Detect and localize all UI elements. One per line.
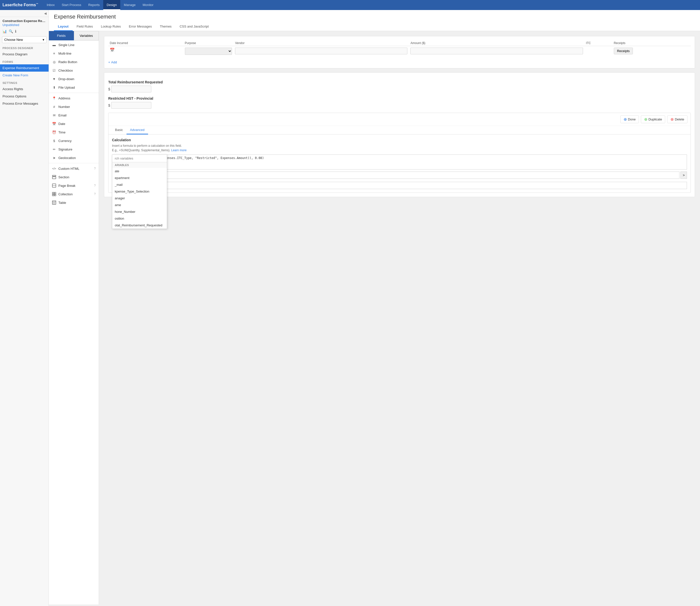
collection-icon: [52, 192, 57, 196]
expenses-table-section: Date Incurred Purpose Vendor Amount ($) …: [104, 36, 695, 68]
field-edit-panel: ⊕ Done ⊕ Duplicate ⊗ Delete: [108, 113, 691, 193]
field-time[interactable]: ⏰ Time: [49, 128, 99, 137]
tab-lookup-rules[interactable]: Lookup Rules: [97, 23, 125, 31]
tab-css-js[interactable]: CSS and JavaScript: [176, 23, 213, 31]
field-page-break[interactable]: Page Break ?: [49, 181, 99, 190]
tab-error-messages[interactable]: Error Messages: [125, 23, 156, 31]
done-button[interactable]: ⊕ Done: [620, 115, 639, 123]
var-item-2[interactable]: _mail: [112, 181, 167, 188]
amount-input[interactable]: [410, 48, 583, 54]
delete-button[interactable]: ⊗ Delete: [667, 115, 687, 123]
page-break-icon: [52, 183, 57, 188]
tab-themes[interactable]: Themes: [156, 23, 176, 31]
field-table[interactable]: Table: [49, 198, 99, 207]
var-item-3[interactable]: kpense_Type_Selection: [112, 188, 167, 195]
tab-field-rules[interactable]: Field Rules: [73, 23, 97, 31]
edit-tab-basic[interactable]: Basic: [112, 126, 127, 135]
upload-button[interactable]: Receipts: [614, 48, 633, 54]
vendor-input[interactable]: [235, 48, 407, 54]
var-item-4[interactable]: anager: [112, 195, 167, 202]
var-item-0[interactable]: ate: [112, 168, 167, 174]
calc-arrow-right-button[interactable]: >: [680, 171, 687, 179]
field-section[interactable]: Section: [49, 173, 99, 181]
learn-more-link[interactable]: Learn more: [171, 148, 186, 152]
calc-third-input[interactable]: [112, 182, 687, 189]
total-reimbursement-input[interactable]: [111, 86, 151, 92]
currency-icon: $: [52, 138, 57, 143]
field-single-line[interactable]: ▬ Single Line: [49, 41, 99, 49]
purpose-select[interactable]: [185, 48, 232, 55]
table-icon: [52, 200, 57, 205]
field-date[interactable]: 📅 Date: [49, 119, 99, 128]
add-icon: +: [108, 60, 110, 64]
sidebar-item-process-error-messages[interactable]: Process Error Messages: [0, 100, 49, 107]
calc-formula-textarea[interactable]: CT((SUMIF(General_Expenses.ITC_Type, "Re…: [126, 155, 687, 169]
tab-fields[interactable]: Fields: [49, 31, 74, 40]
nav-monitor[interactable]: Monitor: [139, 0, 157, 10]
tab-layout[interactable]: Layout: [54, 23, 73, 31]
field-number[interactable]: # Number: [49, 102, 99, 111]
search-icon[interactable]: 🔍: [9, 29, 13, 33]
chart-icon[interactable]: 📊: [2, 29, 7, 33]
svg-rect-1: [52, 177, 56, 179]
sidebar-item-create-new-form[interactable]: Create New Form: [0, 72, 49, 79]
nav-design[interactable]: Design: [103, 0, 120, 10]
sidebar-item-expense-reimbursement[interactable]: Expense Reimbursement: [0, 64, 49, 72]
single-line-icon: ▬: [52, 43, 57, 47]
field-custom-html[interactable]: </> Custom HTML ?: [49, 164, 99, 173]
var-item-1[interactable]: epartment: [112, 174, 167, 181]
field-file-upload[interactable]: ⬆ File Upload: [49, 83, 99, 92]
field-address[interactable]: 📍 Address: [49, 94, 99, 102]
var-item-6[interactable]: hone_Number: [112, 208, 167, 215]
add-row-link[interactable]: + Add: [108, 60, 117, 64]
custom-html-help-icon[interactable]: ?: [94, 167, 96, 170]
page-break-help-icon[interactable]: ?: [94, 184, 96, 187]
field-radio-button[interactable]: ◎ Radio Button: [49, 57, 99, 66]
edit-tab-advanced[interactable]: Advanced: [127, 126, 148, 135]
nav-inbox[interactable]: Inbox: [43, 0, 58, 10]
info-icon[interactable]: ℹ: [15, 29, 16, 33]
variables-search-input[interactable]: [112, 155, 167, 162]
svg-rect-6: [52, 194, 54, 196]
nav-reports[interactable]: Reports: [85, 0, 103, 10]
collection-help-icon[interactable]: ?: [94, 192, 96, 196]
page-tabs: Layout Field Rules Lookup Rules Error Me…: [54, 23, 695, 31]
date-cell-icon: 📅: [110, 48, 115, 52]
address-icon: 📍: [52, 96, 57, 100]
calc-second-input[interactable]: [112, 171, 679, 179]
field-geolocation[interactable]: ➤ Geolocation: [49, 154, 99, 162]
nav-manage[interactable]: Manage: [120, 0, 139, 10]
field-currency[interactable]: $ Currency: [49, 137, 99, 145]
var-item-5[interactable]: ame: [112, 202, 167, 208]
var-item-7[interactable]: osition: [112, 215, 167, 222]
svg-rect-5: [54, 192, 56, 194]
choose-new-dropdown[interactable]: Choose New ▾: [2, 36, 47, 43]
field-email[interactable]: ✉ Email: [49, 111, 99, 119]
currency-symbol-2: $: [108, 103, 110, 108]
col-itc: ITC: [585, 40, 612, 46]
page-header: Expense Reimbursement Layout Field Rules…: [49, 10, 700, 31]
tab-variables[interactable]: Variables: [74, 31, 99, 40]
restricted-hst-input[interactable]: [111, 102, 151, 109]
field-collection[interactable]: Collection ?: [49, 190, 99, 198]
field-checkbox[interactable]: ☑ Checkbox: [49, 66, 99, 75]
total-reimbursement-label: Total Reimbursement Requested: [108, 80, 691, 84]
sidebar-unpublished[interactable]: Unpublished: [0, 23, 49, 28]
var-item-8[interactable]: otal_Reimbursement_Requested: [112, 222, 167, 229]
sidebar-collapse-btn[interactable]: ◀: [0, 10, 49, 17]
field-multi-line[interactable]: ≡ Multi-line: [49, 49, 99, 57]
duplicate-button[interactable]: ⊕ Duplicate: [641, 115, 665, 123]
calculation-description: Insert a formula to perform a calculatio…: [112, 143, 687, 153]
time-icon: ⏰: [52, 130, 57, 135]
checkbox-icon: ☑: [52, 68, 57, 73]
restricted-hst-label: Restricted HST - Provincial: [108, 96, 691, 100]
sidebar-item-process-diagram[interactable]: Process Diagram: [0, 51, 49, 58]
expenses-table: Date Incurred Purpose Vendor Amount ($) …: [108, 40, 691, 56]
sidebar-item-access-rights[interactable]: Access Rights: [0, 86, 49, 93]
svg-rect-7: [54, 194, 56, 196]
page-title: Expense Reimbursement: [54, 14, 695, 20]
field-dropdown[interactable]: ▼ Drop-down: [49, 75, 99, 83]
nav-start-process[interactable]: Start Process: [58, 0, 85, 10]
sidebar-item-process-options[interactable]: Process Options: [0, 93, 49, 100]
field-signature[interactable]: ✏ Signature: [49, 145, 99, 154]
